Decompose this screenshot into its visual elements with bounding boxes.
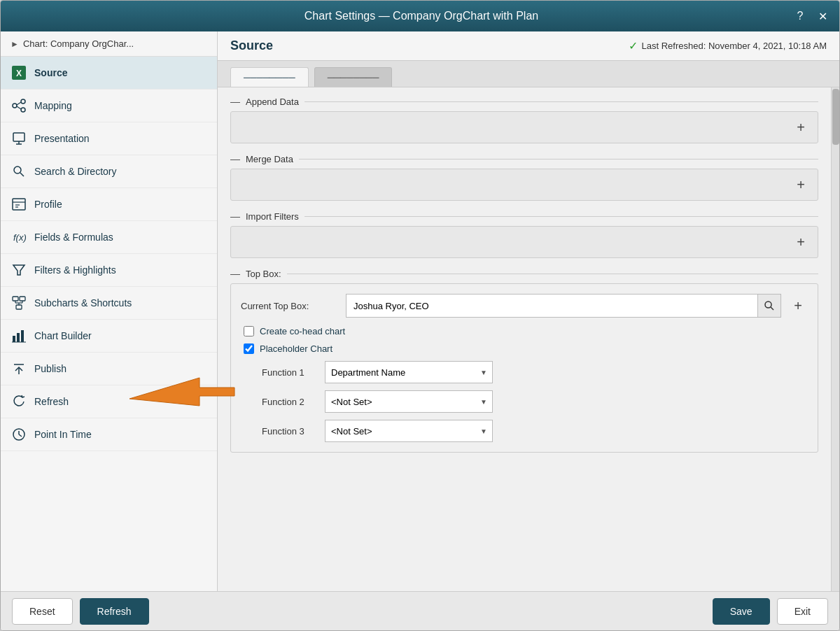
- chevron-right-icon: ►: [10, 39, 19, 49]
- toolbar-left: Reset Refresh: [12, 598, 149, 625]
- import-filters-section: — Import Filters +: [230, 211, 818, 258]
- refresh-button[interactable]: Refresh: [80, 598, 149, 625]
- sidebar-item-search-directory[interactable]: Search & Directory: [1, 155, 217, 188]
- top-box-input-wrap: [346, 294, 781, 318]
- svg-point-10: [14, 166, 21, 173]
- window: Chart Settings — Company OrgChart with P…: [0, 0, 840, 631]
- top-box-inner: Current Top Box:: [230, 283, 818, 453]
- function-row-1: Function 1 Department Name <Not Set>: [262, 361, 808, 383]
- scrollbar[interactable]: [831, 87, 839, 591]
- placeholder-chart-checkbox[interactable]: [244, 343, 254, 354]
- svg-rect-12: [13, 199, 25, 210]
- svg-rect-26: [17, 333, 20, 342]
- sidebar-item-refresh-label: Refresh: [34, 396, 69, 407]
- function-1-select[interactable]: Department Name <Not Set>: [325, 361, 493, 383]
- svg-point-3: [21, 99, 25, 104]
- titlebar: Chart Settings — Company OrgChart with P…: [1, 1, 839, 31]
- append-data-add-btn[interactable]: +: [791, 118, 811, 137]
- append-data-section: — Append Data +: [230, 96, 818, 143]
- sidebar-item-publish[interactable]: Publish: [1, 353, 217, 385]
- merge-data-box: +: [230, 169, 818, 201]
- exit-button[interactable]: Exit: [777, 598, 828, 625]
- svg-line-6: [17, 106, 21, 109]
- sidebar-item-filters-highlights[interactable]: Filters & Highlights: [1, 254, 217, 287]
- top-box-header: — Top Box:: [230, 268, 818, 279]
- top-box-label: Top Box:: [246, 269, 281, 279]
- filter-icon: [10, 262, 27, 278]
- search-icon: [10, 163, 27, 180]
- sidebar-item-refresh[interactable]: Refresh: [1, 385, 217, 418]
- function-row-3: Function 3 <Not Set> Department Name: [262, 420, 808, 442]
- merge-data-section: — Merge Data +: [230, 153, 818, 201]
- top-box-add-btn[interactable]: +: [788, 296, 808, 316]
- svg-point-4: [21, 108, 25, 112]
- top-box-search-button[interactable]: [757, 294, 781, 318]
- clock-icon: [10, 426, 27, 443]
- svg-line-35: [771, 307, 774, 310]
- save-button[interactable]: Save: [713, 598, 770, 625]
- function-rows: Function 1 Department Name <Not Set>: [241, 361, 808, 442]
- sidebar-item-mapping[interactable]: Mapping: [1, 90, 217, 122]
- import-filters-label: Import Filters: [246, 211, 299, 222]
- svg-marker-17: [13, 265, 24, 275]
- create-cohead-label[interactable]: Create co-head chart: [260, 326, 345, 336]
- sidebar-item-search-directory-label: Search & Directory: [34, 166, 116, 177]
- breadcrumb[interactable]: ► Chart: Company OrgChar...: [1, 31, 217, 57]
- import-filters-add-btn[interactable]: +: [791, 232, 811, 252]
- svg-rect-25: [13, 336, 15, 342]
- help-button[interactable]: ?: [792, 8, 808, 24]
- tab-2[interactable]: ────────: [314, 67, 393, 87]
- window-title: Chart Settings — Company OrgChart with P…: [51, 10, 792, 22]
- svg-point-2: [13, 104, 17, 108]
- create-cohead-row: Create co-head chart: [241, 326, 808, 336]
- sidebar-item-presentation[interactable]: Presentation: [1, 122, 217, 155]
- sidebar-item-source[interactable]: X Source: [1, 57, 217, 90]
- close-button[interactable]: ✕: [814, 8, 831, 24]
- sidebar-item-subcharts-shortcuts[interactable]: Subcharts & Shortcuts: [1, 287, 217, 320]
- current-top-box-input[interactable]: [346, 294, 757, 318]
- breadcrumb-text: Chart: Company OrgChar...: [23, 38, 134, 49]
- function-2-select[interactable]: <Not Set> Department Name: [325, 390, 493, 413]
- svg-line-5: [17, 102, 21, 105]
- svg-point-34: [765, 302, 771, 308]
- mapping-icon: [10, 97, 27, 114]
- panel-header: Source ✓ Last Refreshed: November 4, 202…: [218, 31, 839, 61]
- checkmark-icon: ✓: [629, 39, 638, 52]
- current-top-box-label: Current Top Box:: [241, 301, 339, 311]
- subchart-icon: [10, 295, 27, 311]
- function-3-select[interactable]: <Not Set> Department Name: [325, 420, 493, 442]
- sidebar-item-profile-label: Profile: [34, 199, 62, 210]
- sidebar-item-subcharts-shortcuts-label: Subcharts & Shortcuts: [34, 297, 132, 309]
- import-filters-box: +: [230, 226, 818, 258]
- reset-button[interactable]: Reset: [12, 598, 73, 625]
- sidebar-item-publish-label: Publish: [34, 363, 66, 374]
- refresh-icon: [10, 393, 27, 410]
- function-1-select-wrap: Department Name <Not Set>: [325, 361, 493, 383]
- refresh-status: ✓ Last Refreshed: November 4, 2021, 10:1…: [629, 39, 827, 52]
- svg-line-11: [20, 173, 24, 176]
- sidebar-item-fields-formulas[interactable]: f(x) Fields & Formulas: [1, 221, 217, 254]
- svg-line-33: [19, 434, 22, 437]
- svg-rect-20: [16, 305, 22, 309]
- tab-1[interactable]: ────────: [230, 67, 309, 87]
- presentation-icon: [10, 130, 27, 147]
- sidebar: ► Chart: Company OrgChar... X Source: [1, 31, 218, 591]
- content-area: ► Chart: Company OrgChar... X Source: [1, 31, 839, 591]
- sidebar-nav: X Source: [1, 57, 217, 591]
- tab-bar: ──────── ────────: [218, 61, 839, 87]
- function-2-label: Function 2: [262, 397, 318, 407]
- sidebar-item-chart-builder[interactable]: Chart Builder: [1, 320, 217, 353]
- main-with-scroll: — Append Data + — Merge Data: [218, 87, 839, 591]
- sidebar-item-filters-highlights-label: Filters & Highlights: [34, 264, 116, 276]
- create-cohead-checkbox[interactable]: [244, 326, 254, 336]
- bottom-toolbar: Reset Refresh Save Exit: [1, 591, 839, 630]
- sidebar-item-point-in-time[interactable]: Point In Time: [1, 418, 217, 451]
- profile-icon: [10, 196, 27, 213]
- toolbar-right: Save Exit: [713, 598, 828, 625]
- placeholder-chart-label[interactable]: Placeholder Chart: [260, 343, 332, 354]
- sidebar-item-profile[interactable]: Profile: [1, 188, 217, 221]
- svg-text:f(x): f(x): [13, 232, 26, 243]
- formula-icon: f(x): [10, 229, 27, 246]
- svg-rect-18: [13, 297, 18, 301]
- merge-data-add-btn[interactable]: +: [791, 175, 811, 194]
